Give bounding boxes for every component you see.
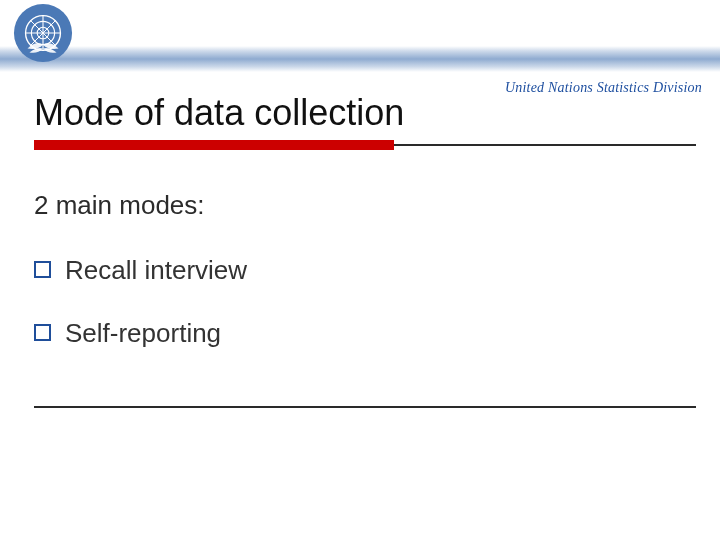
square-bullet-icon [34, 324, 51, 341]
subhead: 2 main modes: [34, 190, 680, 221]
un-emblem-icon [12, 2, 74, 64]
square-bullet-icon [34, 261, 51, 278]
list-item-label: Recall interview [65, 255, 247, 286]
slide-title: Mode of data collection [34, 92, 404, 134]
list-item: Recall interview [34, 255, 680, 286]
title-underline-red [34, 140, 394, 150]
list-item: Self-reporting [34, 318, 680, 349]
header-gradient-band [0, 46, 720, 72]
bottom-rule [34, 406, 696, 408]
slide-body: 2 main modes: Recall interview Self-repo… [34, 190, 680, 381]
slide: United Nations Statistics Division Mode … [0, 0, 720, 540]
list-item-label: Self-reporting [65, 318, 221, 349]
brand-text: United Nations Statistics Division [505, 80, 702, 96]
title-rule-right [394, 144, 696, 146]
